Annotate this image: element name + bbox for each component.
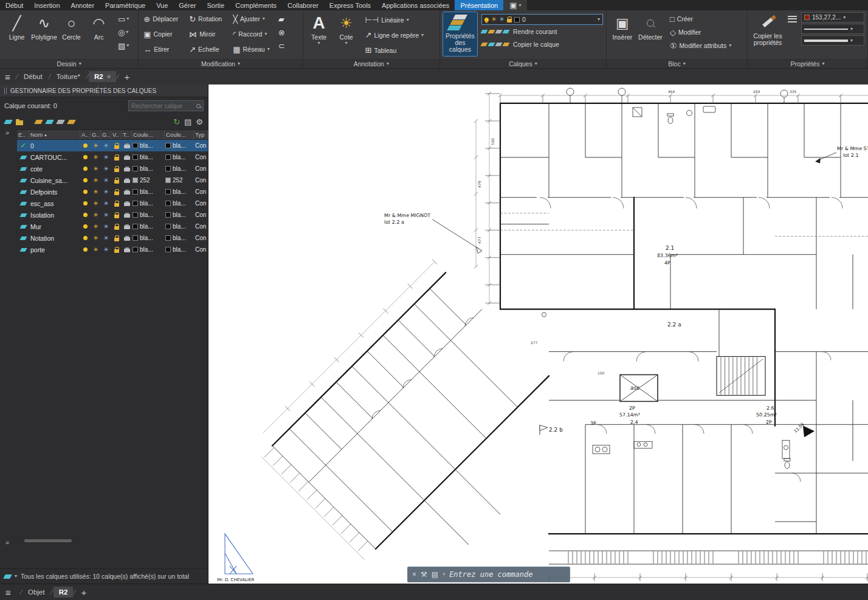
- tool-rotation[interactable]: ↻Rotation: [187, 12, 224, 26]
- ribbon-tab-param-trique[interactable]: Paramétrique: [100, 0, 151, 10]
- insert-block-button[interactable]: ▣ Insérer: [610, 12, 635, 56]
- color-swatch[interactable]: bla...: [132, 142, 165, 149]
- lineweight-stack-icon[interactable]: [787, 12, 798, 26]
- tool-d-placer[interactable]: ⊕Déplacer: [142, 12, 180, 26]
- color-swatch[interactable]: bla...: [132, 154, 165, 160]
- close-tab-icon[interactable]: ×: [107, 73, 111, 80]
- panel-options-icon[interactable]: ▤: [184, 118, 191, 126]
- expand-filters-icon[interactable]: »: [5, 539, 9, 546]
- bulb-icon[interactable]: [80, 247, 91, 252]
- layer-panel-titlebar[interactable]: GESTIONNAIRE DES PROPRIÉTÉS DES CALQUES: [0, 84, 208, 97]
- ribbon-tab-g-rer[interactable]: Gérer: [173, 0, 201, 10]
- tool-ligne-de-rep-re[interactable]: ↗Ligne de repère▾: [363, 27, 425, 43]
- drawing-canvas[interactable]: Mr & Mme MIGNOTlot 2.2 aMr & Mme STlot 2…: [208, 84, 868, 584]
- tool-modifier-attributs[interactable]: ①Modifier attributs▾: [668, 39, 733, 52]
- layer-row[interactable]: Defpoints☀☀bla...bla...Con: [17, 186, 208, 198]
- tool-r-seau[interactable]: ▦Réseau▾: [231, 43, 272, 56]
- tab-d-but[interactable]: Début: [18, 71, 48, 82]
- color-swatch[interactable]: bla...: [132, 200, 165, 207]
- lock-icon[interactable]: [111, 201, 122, 207]
- ellipse-button[interactable]: ◎▾: [117, 26, 130, 39]
- lock-icon[interactable]: [111, 212, 122, 218]
- offset-button[interactable]: ⊂: [277, 39, 286, 52]
- sun-icon[interactable]: ☀: [91, 142, 101, 149]
- expand-filter-tree-icon[interactable]: »: [5, 129, 9, 136]
- vp-color-swatch[interactable]: 252: [165, 177, 194, 184]
- tab-objet[interactable]: Objet: [22, 587, 50, 598]
- color-swatch[interactable]: bla...: [132, 188, 165, 195]
- printer-icon[interactable]: [122, 143, 132, 148]
- panel-grip-icon[interactable]: [4, 88, 7, 94]
- color-swatch[interactable]: bla...: [132, 246, 165, 253]
- layer-row[interactable]: ✓0☀☀bla...bla...Con: [17, 140, 208, 151]
- refresh-icon[interactable]: ↻: [173, 118, 180, 126]
- column-header-e-[interactable]: E..: [17, 130, 29, 139]
- printer-icon[interactable]: [122, 178, 132, 183]
- sun-icon[interactable]: ☀: [91, 246, 101, 253]
- panel-label-modification[interactable]: Modification ▾: [139, 59, 302, 68]
- tool-raccord[interactable]: ◜Raccord▾: [231, 27, 272, 41]
- bulb-icon[interactable]: [80, 236, 91, 240]
- horizontal-scrollbar[interactable]: [24, 539, 72, 542]
- printer-icon[interactable]: [122, 213, 132, 218]
- new-layer-vp-icon[interactable]: [45, 120, 54, 124]
- lineweight-dropdown[interactable]: ▾: [801, 35, 864, 46]
- viewport-freeze-icon[interactable]: ☀: [101, 188, 111, 195]
- lock-icon[interactable]: [111, 154, 122, 160]
- hamburger-icon[interactable]: ≡: [5, 588, 11, 597]
- printer-icon[interactable]: [122, 167, 132, 171]
- command-input[interactable]: Entrez une commande: [449, 570, 532, 579]
- printer-icon[interactable]: [122, 201, 132, 206]
- column-header-t-[interactable]: T..: [122, 130, 132, 139]
- tool-cercle[interactable]: ○Cercle: [58, 12, 85, 56]
- make-current-button[interactable]: Rendre courant: [481, 25, 603, 38]
- ribbon-tab-collaborer[interactable]: Collaborer: [282, 0, 324, 10]
- tool-copier[interactable]: ▣Copier: [142, 27, 180, 41]
- ribbon-tab-applications-associ-es[interactable]: Applications associées: [376, 0, 455, 10]
- vp-color-swatch[interactable]: bla...: [165, 246, 194, 253]
- column-header-g-[interactable]: G..: [91, 130, 101, 139]
- tab-r2[interactable]: R2×: [89, 71, 116, 82]
- printer-icon[interactable]: [122, 190, 132, 195]
- layer-row[interactable]: porte☀☀bla...bla...Con: [17, 244, 208, 255]
- bulb-icon[interactable]: [80, 143, 91, 148]
- gear-icon[interactable]: ⚙: [196, 118, 203, 126]
- color-swatch[interactable]: bla...: [132, 165, 165, 172]
- sun-icon[interactable]: ☀: [91, 235, 101, 241]
- color-swatch[interactable]: bla...: [132, 212, 165, 218]
- column-header-coule-[interactable]: Coule...: [132, 130, 165, 139]
- recent-commands-icon[interactable]: ▤: [432, 571, 438, 578]
- tool-polyligne[interactable]: ∿Polyligne: [30, 12, 58, 56]
- set-current-layer-icon[interactable]: [67, 120, 76, 124]
- tool-lin-aire[interactable]: ⊢⊣Linéaire▾: [363, 12, 425, 27]
- bulb-icon[interactable]: [80, 224, 91, 229]
- layer-search-box[interactable]: [128, 100, 204, 111]
- printer-icon[interactable]: [122, 247, 132, 252]
- lock-icon[interactable]: [111, 247, 122, 253]
- viewport-freeze-icon[interactable]: ☀: [101, 246, 111, 253]
- column-header-nom[interactable]: Nom▲: [29, 130, 80, 139]
- new-layer-icon[interactable]: [34, 120, 43, 124]
- column-header-a-[interactable]: A..: [80, 130, 91, 139]
- command-bar[interactable]: × ⚒ ▤ ▾ Entrez une commande: [407, 567, 570, 582]
- panel-label-annotation[interactable]: Annotation ▾: [303, 59, 439, 68]
- color-swatch[interactable]: bla...: [132, 223, 165, 230]
- sun-icon[interactable]: ☀: [91, 177, 101, 184]
- sun-icon[interactable]: ☀: [91, 154, 101, 160]
- viewport-freeze-icon[interactable]: ☀: [101, 142, 111, 149]
- bulb-icon[interactable]: [80, 155, 91, 159]
- copy-layer-button[interactable]: Copier le calque: [481, 38, 603, 50]
- delete-layer-icon[interactable]: [56, 120, 65, 124]
- sun-icon[interactable]: ☀: [91, 165, 101, 172]
- lock-icon[interactable]: [111, 143, 122, 149]
- all-layers-filter-icon[interactable]: [3, 574, 12, 579]
- tool-modifier[interactable]: ◇Modifier: [668, 26, 733, 39]
- linetype-dropdown[interactable]: ▾: [801, 24, 864, 34]
- printer-icon[interactable]: [122, 224, 132, 229]
- layer-row[interactable]: cote☀☀bla...bla...Con: [17, 163, 208, 174]
- bulb-icon[interactable]: [80, 190, 91, 194]
- column-header-coule-[interactable]: Coule...: [165, 130, 194, 139]
- printer-icon[interactable]: [122, 155, 132, 160]
- column-header-typ[interactable]: Typ: [194, 130, 208, 139]
- bulb-icon[interactable]: [80, 178, 91, 182]
